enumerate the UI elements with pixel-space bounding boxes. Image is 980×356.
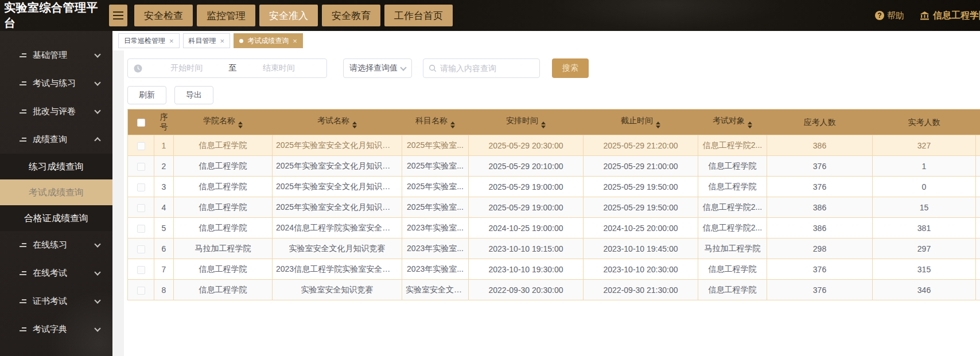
sidebar-subitem[interactable]: 练习成绩查询 <box>0 154 112 179</box>
sort-asc-icon <box>352 122 357 124</box>
menu-bullet-icon <box>20 81 26 85</box>
sidebar-item[interactable]: 考试字典 <box>0 315 112 343</box>
search-box[interactable] <box>423 58 540 78</box>
table-row[interactable]: 2信息工程学院2025年实验室安全文化月知识竞赛2025年实验室...2025-… <box>128 156 980 177</box>
column-header-label: 科目名称 <box>415 116 448 125</box>
topbar-right: ? 帮助 信息工程学院 <box>875 10 980 22</box>
sidebar-item[interactable]: 在线考试 <box>0 259 112 287</box>
cell: 信息工程学院 <box>698 156 767 177</box>
cell: 2025-05-29 21:00:00 <box>584 156 698 177</box>
cell: 马拉加工程学院 <box>174 238 273 259</box>
row-checkbox[interactable] <box>137 287 145 295</box>
menu-bullet-icon <box>20 327 26 331</box>
cell: 376 <box>767 156 873 177</box>
cell: 2023-10-10 20:30:00 <box>584 259 698 280</box>
query-type-select[interactable]: 请选择查询值 <box>343 58 412 78</box>
search-button[interactable]: 搜索 <box>552 58 589 78</box>
cell: 2024-10-25 20:00:00 <box>584 218 698 238</box>
topbar: 实验室综合管理平台 安全检查监控管理安全准入安全教育工作台首页 ? 帮助 信息工… <box>0 0 980 31</box>
tab-label: 日常巡检管理 <box>124 36 165 46</box>
row-checkbox[interactable] <box>137 142 145 150</box>
column-header: 考试名称 <box>273 109 402 135</box>
cell: 马拉加工程学院 <box>698 238 767 259</box>
topnav-item[interactable]: 监控管理 <box>197 5 255 26</box>
sort-icon[interactable] <box>656 122 660 128</box>
sidebar-item[interactable]: 成绩查询 <box>0 126 112 154</box>
row-checkbox[interactable] <box>137 225 145 233</box>
cell: 386 <box>767 218 873 238</box>
topnav-item[interactable]: 安全检查 <box>134 5 193 26</box>
table-row[interactable]: 4信息工程学院2025年实验室安全文化月知识竞赛2025年实验室...2025-… <box>128 197 980 218</box>
action-bar: 刷新 导出 <box>127 86 980 104</box>
menu-bullet-icon <box>20 271 26 275</box>
sort-desc-icon <box>541 126 546 128</box>
cell: 信息工程学院 <box>698 280 767 300</box>
topnav-item[interactable]: 安全教育 <box>322 5 380 26</box>
cell: 信息工程学院 <box>174 177 273 197</box>
sidebar-subitem[interactable]: 合格证成绩查询 <box>0 205 112 231</box>
search-input[interactable] <box>440 64 534 73</box>
sidebar-item[interactable]: 在线练习 <box>0 231 112 259</box>
table-row[interactable]: 3信息工程学院2025年实验室安全文化月知识竞赛2025年实验室...2025-… <box>128 177 980 197</box>
sidebar-item-label: 批改与评卷 <box>33 106 95 117</box>
sort-icon[interactable] <box>541 122 546 128</box>
cell <box>976 156 980 177</box>
cell: 381 <box>873 218 976 238</box>
cell-checkbox <box>128 156 154 177</box>
sort-desc-icon <box>450 126 455 128</box>
table-row[interactable]: 7信息工程学院2023信息工程学院实验室安全文化...2023年实验室...20… <box>128 259 980 280</box>
close-icon[interactable]: × <box>169 37 174 45</box>
sidebar-subitem[interactable]: 考试成绩查询 <box>0 179 112 205</box>
topnav-item[interactable]: 工作台首页 <box>384 5 453 26</box>
sidebar-item[interactable]: 考试与练习 <box>0 69 112 97</box>
sidebar-item-label: 基础管理 <box>33 50 95 61</box>
refresh-button[interactable]: 刷新 <box>127 86 166 104</box>
hamburger-menu-button[interactable] <box>109 5 127 26</box>
help-button[interactable]: ? 帮助 <box>875 10 904 21</box>
date-range-picker[interactable]: 开始时间 至 结束时间 <box>127 58 327 78</box>
start-date-field[interactable]: 开始时间 <box>145 63 229 73</box>
table-row[interactable]: 1信息工程学院2025年实验室安全文化月知识竞赛2025年实验室...2025-… <box>128 135 980 156</box>
sidebar-item[interactable]: 基础管理 <box>0 41 112 69</box>
row-checkbox[interactable] <box>137 245 145 253</box>
page-tab[interactable]: 考试成绩查询× <box>234 33 303 48</box>
cell: 信息工程学院2... <box>698 197 767 218</box>
user-menu[interactable]: 信息工程学院 <box>920 10 980 22</box>
select-all-checkbox[interactable] <box>137 119 145 127</box>
cell: 386 <box>767 135 873 156</box>
page-tab[interactable]: 日常巡检管理× <box>118 33 180 48</box>
table-row[interactable]: 6马拉加工程学院实验室安全文化月知识竞赛2023年实验室...2023-10-1… <box>128 238 980 259</box>
cell: 1 <box>873 156 976 177</box>
table-row[interactable]: 5信息工程学院2024信息工程学院实验室安全知识...2023年实验室...20… <box>128 218 980 238</box>
row-checkbox[interactable] <box>137 266 145 274</box>
page-tab[interactable]: 科目管理× <box>183 33 231 48</box>
close-icon[interactable]: × <box>220 37 225 45</box>
sort-icon[interactable] <box>352 122 357 128</box>
cell-checkbox <box>128 218 154 238</box>
sort-desc-icon <box>748 126 752 128</box>
cell: 4 <box>154 197 174 218</box>
table-row[interactable]: 8信息工程学院实验室安全知识竞赛实验室安全文化...2022-09-30 20:… <box>128 280 980 300</box>
cell: 3 <box>154 177 174 197</box>
chevron-down-icon <box>94 79 100 85</box>
row-checkbox[interactable] <box>137 204 145 212</box>
column-header: 序号 <box>154 109 174 135</box>
export-button[interactable]: 导出 <box>174 86 213 104</box>
end-date-field[interactable]: 结束时间 <box>237 63 321 73</box>
cell <box>976 238 980 259</box>
sort-icon[interactable] <box>238 122 243 128</box>
row-checkbox[interactable] <box>137 163 145 171</box>
sidebar-item[interactable]: 证书考试 <box>0 287 112 315</box>
topnav-item[interactable]: 安全准入 <box>259 5 318 26</box>
sort-icon[interactable] <box>450 122 455 128</box>
cell: 2023-10-10 19:15:00 <box>469 238 584 259</box>
sidebar-item-label: 在线考试 <box>33 268 95 279</box>
row-checkbox[interactable] <box>137 183 145 191</box>
sidebar-item[interactable]: 批改与评卷 <box>0 97 112 126</box>
cell <box>976 177 980 197</box>
cell: 7 <box>154 259 174 280</box>
sort-icon[interactable] <box>748 122 752 128</box>
cell: 2025年实验室安全文化月知识竞赛 <box>273 135 402 156</box>
close-icon[interactable]: × <box>293 37 297 45</box>
cell: 2025-05-29 19:50:00 <box>584 177 698 197</box>
